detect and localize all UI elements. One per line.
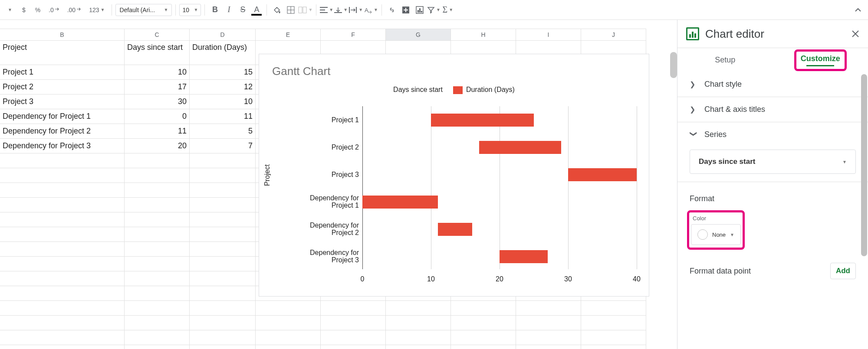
chart-bar[interactable]	[438, 223, 472, 236]
cell[interactable]: 10	[125, 65, 190, 80]
tab-customize[interactable]: Customize	[798, 54, 843, 66]
column-header-D[interactable]: D	[190, 29, 256, 40]
cell[interactable]: Duration (Days)	[190, 41, 256, 65]
cell[interactable]	[256, 316, 321, 330]
chart-bar[interactable]	[500, 250, 548, 263]
format-percent-button[interactable]: %	[31, 3, 44, 16]
vertical-scrollbar[interactable]	[670, 52, 677, 78]
column-header-C[interactable]: C	[125, 29, 190, 40]
cell[interactable]: Project 3	[0, 95, 125, 109]
cell[interactable]	[256, 345, 321, 349]
cell[interactable]	[190, 316, 256, 330]
section-chart-axis-titles[interactable]: ❯ Chart & axis titles	[677, 97, 868, 122]
cell[interactable]	[190, 183, 256, 198]
cell[interactable]: Project	[0, 41, 125, 65]
cell[interactable]: 15	[190, 65, 256, 80]
text-rotation-button[interactable]: A▼	[364, 3, 378, 16]
cell[interactable]	[0, 212, 125, 227]
cell[interactable]	[516, 345, 581, 349]
text-wrap-button[interactable]: ▼	[349, 3, 363, 16]
close-sidebar-button[interactable]	[852, 30, 859, 38]
section-chart-style[interactable]: ❯ Chart style	[677, 72, 868, 97]
chart-bar[interactable]	[362, 196, 438, 209]
cell[interactable]	[516, 330, 581, 345]
increase-decimal-button[interactable]: .00	[64, 3, 85, 16]
cell[interactable]	[0, 242, 125, 257]
column-header-E[interactable]: E	[256, 29, 321, 40]
cell[interactable]: Dependency for Project 1	[0, 109, 125, 124]
insert-comment-button[interactable]	[399, 3, 412, 16]
cell[interactable]	[125, 153, 190, 168]
cell[interactable]	[0, 168, 125, 183]
chart-bar[interactable]	[479, 141, 562, 154]
cell[interactable]	[125, 212, 190, 227]
cell[interactable]	[125, 168, 190, 183]
cell[interactable]: Dependency for Project 3	[0, 139, 125, 153]
more-dropdown[interactable]: ▼	[3, 3, 16, 16]
series-select[interactable]: Days since start▼	[690, 150, 856, 174]
cell[interactable]: 11	[125, 124, 190, 139]
cell[interactable]	[0, 286, 125, 301]
cell[interactable]	[190, 301, 256, 316]
merge-cells-button[interactable]: ▼	[298, 3, 312, 16]
cell[interactable]	[386, 301, 451, 316]
cell[interactable]	[190, 153, 256, 168]
cell[interactable]	[125, 242, 190, 257]
column-header-H[interactable]: H	[451, 29, 516, 40]
cell[interactable]	[451, 316, 516, 330]
filter-button[interactable]: ▼	[427, 3, 441, 16]
cell[interactable]	[0, 330, 125, 345]
cell[interactable]	[386, 316, 451, 330]
cell[interactable]	[321, 301, 386, 316]
cell[interactable]	[190, 168, 256, 183]
cell[interactable]	[321, 330, 386, 345]
cell[interactable]	[321, 316, 386, 330]
cell[interactable]: 12	[190, 80, 256, 95]
cell[interactable]	[0, 227, 125, 242]
cell[interactable]: Dependency for Project 2	[0, 124, 125, 139]
cell[interactable]	[190, 242, 256, 257]
cell[interactable]	[190, 257, 256, 271]
series-color-select[interactable]: None ▼	[691, 224, 741, 245]
bold-button[interactable]: B	[208, 3, 221, 16]
column-header-G[interactable]: G	[386, 29, 451, 40]
cell[interactable]	[451, 345, 516, 349]
italic-button[interactable]: I	[222, 3, 235, 16]
insert-chart-button[interactable]	[413, 3, 426, 16]
cell[interactable]	[190, 227, 256, 242]
cell[interactable]	[451, 330, 516, 345]
cell[interactable]	[581, 316, 646, 330]
text-color-button[interactable]: A	[250, 3, 263, 16]
decrease-decimal-button[interactable]: .0	[45, 3, 63, 16]
sidebar-scrollbar[interactable]	[859, 74, 868, 349]
cell[interactable]: Project 2	[0, 80, 125, 95]
cell[interactable]: 11	[190, 109, 256, 124]
cell[interactable]	[386, 330, 451, 345]
tab-setup[interactable]: Setup	[677, 55, 773, 65]
cell[interactable]	[386, 345, 451, 349]
cell[interactable]	[321, 345, 386, 349]
cell[interactable]: 20	[125, 139, 190, 153]
cell[interactable]	[0, 316, 125, 330]
cell[interactable]	[125, 198, 190, 212]
cell[interactable]: Project 1	[0, 65, 125, 80]
chart-bar[interactable]	[568, 168, 637, 181]
cell[interactable]	[0, 153, 125, 168]
cell[interactable]	[125, 286, 190, 301]
v-align-button[interactable]: ▼	[334, 3, 348, 16]
cell[interactable]	[190, 345, 256, 349]
column-header-J[interactable]: J	[581, 29, 646, 40]
cell[interactable]	[125, 257, 190, 271]
cell[interactable]	[190, 212, 256, 227]
cell[interactable]: 17	[125, 80, 190, 95]
cell[interactable]	[581, 330, 646, 345]
add-data-point-button[interactable]: Add	[830, 263, 856, 279]
cell[interactable]	[190, 271, 256, 286]
spreadsheet-grid[interactable]: BCDEFGHIJ ProjectDays since startDuratio…	[0, 20, 677, 349]
cell[interactable]	[125, 271, 190, 286]
section-series[interactable]: ❯ Series	[690, 130, 856, 139]
cell[interactable]	[190, 330, 256, 345]
cell[interactable]	[256, 330, 321, 345]
cell[interactable]: 7	[190, 139, 256, 153]
cell[interactable]	[516, 301, 581, 316]
